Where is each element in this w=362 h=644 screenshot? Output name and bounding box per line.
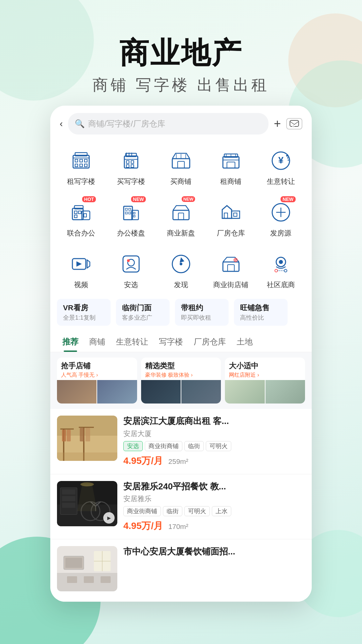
svg-rect-89 (62, 430, 66, 441)
tag-vr[interactable]: VR看房 全景1:1复制 (57, 299, 111, 326)
svg-marker-66 (87, 260, 90, 268)
svg-marker-72 (180, 257, 184, 263)
svg-rect-34 (227, 162, 235, 168)
svg-rect-17 (131, 165, 134, 167)
icon-label-buy-office: 买写字楼 (117, 177, 145, 186)
svg-rect-7 (80, 159, 82, 162)
icons-grid-row1: 租写字楼 买写字楼 (50, 140, 312, 192)
tag-street[interactable]: 临街门面 客多业态广 (116, 299, 170, 326)
feature-card-select[interactable]: 精选类型 豪华装修 极致体验 › (141, 358, 221, 404)
tag2-street-shop: 商业街商铺 (123, 506, 161, 516)
listing-title-1: 安居滨江大厦底商出租 客... (123, 416, 305, 427)
svg-rect-6 (75, 159, 78, 162)
tags-row: VR看房 全景1:1复制 临街门面 客多业态广 带租约 即买即收租 旺铺急售 高… (50, 295, 312, 330)
icon-label-cowork: 联合办公 (67, 228, 95, 238)
feature-card-hot[interactable]: 抢手店铺 人气高 手慢无 › (57, 358, 137, 404)
tag-street-sub: 客多业态广 (122, 314, 164, 322)
svg-rect-16 (126, 165, 129, 167)
icon-business-transfer[interactable]: ¥ 生意转让 (256, 143, 305, 190)
listing-tags-2: 商业街商铺 临街 可明火 上水 (123, 506, 305, 516)
svg-text:¥: ¥ (278, 155, 284, 165)
message-button[interactable] (286, 118, 302, 129)
svg-rect-52 (133, 215, 135, 217)
listing-price-1: 4.95万/月 259m² (123, 454, 305, 467)
svg-rect-114 (101, 576, 111, 583)
icon-buy-office[interactable]: 买写字楼 (107, 143, 156, 190)
listing-item-1[interactable]: 安居滨江大厦底商出租 客... 安居大厦 安选 商业街商铺 临街 可明火 4.9… (50, 409, 312, 474)
tag-lease-sub: 即买即收租 (181, 314, 223, 322)
svg-point-82 (275, 269, 278, 272)
feature-cards-row: 抢手店铺 人气高 手慢无 › 精选类型 豪华装修 极致体验 › 大小适中 网红店… (50, 352, 312, 409)
tag-an-select: 安选 (123, 441, 143, 451)
search-bar-area: ‹ 🔍 商铺/写字楼/厂房仓库 + (50, 106, 312, 140)
icon-label-publish: 发房源 (270, 228, 291, 238)
icon-label-business-transfer: 生意转让 (267, 177, 295, 186)
svg-rect-50 (129, 212, 131, 214)
icon-discover[interactable]: 发现 (157, 247, 205, 293)
tab-land[interactable]: 土地 (231, 333, 258, 352)
svg-rect-43 (84, 214, 86, 217)
icon-label-new-commercial: 商业新盘 (167, 228, 195, 238)
tab-recommend[interactable]: 推荐 (57, 333, 84, 352)
icon-label-factory: 厂房仓库 (217, 228, 245, 238)
icon-publish[interactable]: NEW 发房源 (256, 195, 305, 242)
svg-rect-0 (290, 120, 299, 126)
tab-transfer[interactable]: 生意转让 (111, 333, 154, 352)
svg-rect-45 (124, 206, 132, 220)
feature-card-select-title: 精选类型 (145, 361, 217, 371)
icon-label-buy-shop: 买商铺 (170, 177, 191, 186)
listing-tags-1: 安选 商业街商铺 临街 可明火 (123, 441, 305, 451)
svg-marker-57 (232, 211, 240, 218)
price-main-1: 4.95万/月 (123, 454, 163, 467)
listing-info-1: 安居滨江大厦底商出租 客... 安居大厦 安选 商业街商铺 临街 可明火 4.9… (123, 416, 305, 467)
tag-urgent-sub: 高性价比 (240, 314, 282, 322)
feature-card-size[interactable]: 大小适中 网红店附近 › (225, 358, 305, 404)
svg-rect-68 (123, 256, 139, 272)
icon-video[interactable]: 视频 (57, 247, 106, 293)
icon-office-building[interactable]: NEW 办公楼盘 (107, 195, 156, 242)
icon-label-rent-shop: 租商铺 (220, 177, 241, 186)
svg-rect-75 (228, 265, 234, 271)
listing-img-2: ▶ (57, 481, 117, 526)
icon-an-select[interactable]: 安选 (107, 247, 156, 293)
icon-community-shop[interactable]: 社区底商 (256, 247, 305, 293)
listing-title-2: 安居雅乐240平招餐饮 教... (123, 481, 305, 492)
svg-marker-67 (76, 261, 82, 267)
search-input-box[interactable]: 🔍 商铺/写字楼/厂房仓库 (68, 113, 268, 135)
price-area-1: 259m² (168, 458, 188, 466)
svg-rect-95 (57, 452, 117, 461)
tag-lease-title: 带租约 (181, 303, 223, 313)
icon-cowork[interactable]: HOT 联合办公 (57, 195, 106, 242)
tag-urgent[interactable]: 旺铺急售 高性价比 (234, 299, 288, 326)
hero-section: 商业地产 商铺 写字楼 出售出租 (0, 0, 362, 106)
listing-item-3[interactable]: 市中心安居大厦餐饮铺面招... (50, 539, 312, 602)
listing-title-3: 市中心安居大厦餐饮铺面招... (123, 546, 305, 557)
badge-hot: HOT (82, 196, 96, 202)
listing-item-2[interactable]: ▶ 安居雅乐240平招餐饮 教... 安居雅乐 商业街商铺 临街 可明火 上水 … (50, 474, 312, 540)
tab-shop[interactable]: 商铺 (84, 333, 111, 352)
icons-grid-row3: 视频 安选 发现 (50, 243, 312, 295)
icon-factory[interactable]: 厂房仓库 (206, 195, 255, 242)
svg-rect-41 (74, 215, 77, 218)
tab-factory[interactable]: 厂房仓库 (188, 333, 231, 352)
icon-rent-office[interactable]: 租写字楼 (57, 143, 106, 190)
add-button[interactable]: + (274, 117, 281, 131)
svg-rect-99 (62, 489, 75, 494)
svg-rect-24 (178, 161, 184, 168)
svg-rect-22 (172, 159, 190, 168)
phone-mockup: ‹ 🔍 商铺/写字楼/厂房仓库 + (50, 106, 312, 602)
play-button[interactable]: ▶ (103, 512, 115, 524)
hero-subtitle: 商铺 写字楼 出售出租 (0, 75, 362, 96)
icon-street-shop[interactable]: 商业街店铺 (206, 247, 255, 293)
tab-office[interactable]: 写字楼 (154, 333, 188, 352)
svg-rect-101 (62, 503, 75, 508)
tab-bar: 推荐 商铺 生意转让 写字楼 厂房仓库 土地 (50, 330, 312, 352)
back-button[interactable]: ‹ (60, 118, 63, 129)
icon-rent-shop[interactable]: 租商铺 (206, 143, 255, 190)
tag-lease[interactable]: 带租约 即买即收租 (175, 299, 229, 326)
svg-rect-53 (173, 210, 189, 220)
search-icon: 🔍 (75, 119, 85, 128)
svg-rect-94 (85, 428, 90, 441)
icon-new-commercial[interactable]: NEW 商业新盘 (157, 195, 205, 242)
icon-buy-shop[interactable]: 买商铺 (157, 143, 205, 190)
